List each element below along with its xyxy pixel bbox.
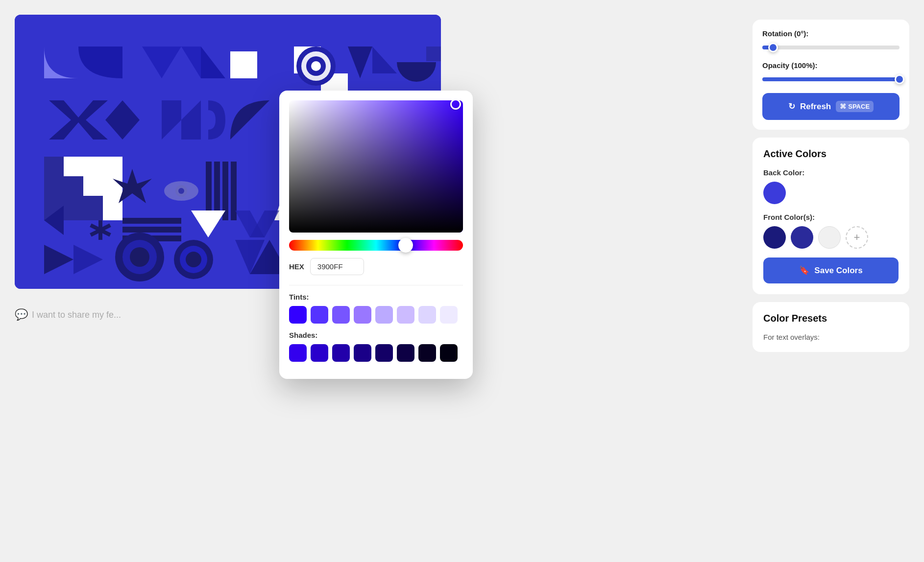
shade-swatch-7[interactable] [418,344,436,362]
color-presets-section: Color Presets For text overlays: [753,302,909,352]
front-color-1[interactable] [763,226,786,249]
svg-point-58 [130,247,149,267]
main-container: 💬 I want to share my fe... HEX Tints [0,0,924,562]
shade-swatch-6[interactable] [397,344,414,362]
for-text-label: For text overlays: [763,333,899,341]
opacity-slider-bg [762,77,900,81]
tints-label: Tints: [289,293,463,301]
svg-rect-4 [230,51,257,78]
right-panel: Rotation (0°): Opacity (100%): [753,15,909,547]
shade-swatch-1[interactable] [289,344,307,362]
hue-slider[interactable] [289,240,463,251]
hex-label: HEX [289,262,304,271]
opacity-group: Opacity (100%): [762,61,900,84]
svg-point-12 [311,61,321,71]
add-color-button[interactable]: + [846,226,868,249]
opacity-slider-thumb[interactable] [895,74,904,84]
shade-swatch-3[interactable] [332,344,350,362]
color-presets-title: Color Presets [763,313,899,324]
artwork-section: 💬 I want to share my fe... HEX Tints [15,15,743,547]
svg-point-30 [178,188,184,194]
hex-input[interactable] [310,258,364,275]
color-picker-popup: HEX Tints: Shades [279,91,473,379]
save-icon: 🔖 [799,265,809,276]
hue-cursor [398,238,413,253]
svg-rect-17 [426,47,441,61]
opacity-label: Opacity (100%): [762,61,900,70]
shade-swatch-2[interactable] [311,344,328,362]
save-colors-label: Save Colors [814,266,862,276]
save-colors-button[interactable]: 🔖 Save Colors [763,258,899,283]
tint-swatch-7[interactable] [418,306,436,324]
rotation-label: Rotation (0°): [762,29,900,38]
opacity-slider[interactable] [762,74,900,84]
shortcut-key: SPACE [848,103,870,110]
refresh-button[interactable]: ↻ Refresh ⌘ SPACE [762,93,900,120]
sliders-section: Rotation (0°): Opacity (100%): [753,20,909,130]
tint-swatch-3[interactable] [332,306,350,324]
tint-swatch-1[interactable] [289,306,307,324]
svg-rect-25 [64,176,83,220]
back-color-dot[interactable] [763,182,786,204]
svg-rect-26 [83,196,103,220]
opacity-slider-fill [762,77,900,81]
hex-row: HEX [289,258,463,275]
rotation-slider-thumb[interactable] [768,43,778,52]
rotation-slider[interactable] [762,43,900,52]
tint-swatch-4[interactable] [354,306,371,324]
shade-swatch-8[interactable] [440,344,458,362]
shades-swatches-row [289,344,463,362]
front-color-2[interactable] [791,226,813,249]
shortcut-cmd-icon: ⌘ [840,103,846,110]
color-gradient[interactable] [289,100,463,233]
feedback-icon: 💬 [15,308,28,321]
tint-swatch-2[interactable] [311,306,328,324]
front-colors-label: Front Color(s): [763,213,899,221]
tint-swatch-8[interactable] [440,306,458,324]
active-colors-section: Active Colors Back Color: Front Color(s)… [753,138,909,294]
rotation-group: Rotation (0°): [762,29,900,52]
tints-section: Tints: [289,293,463,324]
back-color-label: Back Color: [763,168,899,177]
tint-swatch-5[interactable] [375,306,393,324]
shade-swatch-4[interactable] [354,344,371,362]
refresh-shortcut: ⌘ SPACE [836,101,874,112]
shades-label: Shades: [289,331,463,339]
feedback-text: I want to share my fe... [32,310,121,320]
svg-rect-43 [122,218,181,224]
rotation-slider-bg [762,46,900,49]
front-colors-row: + [763,226,899,249]
active-colors-title: Active Colors [763,148,899,160]
refresh-icon: ↻ [788,101,795,112]
refresh-label: Refresh [800,102,831,112]
shade-swatch-5[interactable] [375,344,393,362]
svg-rect-44 [122,227,181,233]
svg-point-61 [186,252,201,267]
tints-swatches-row [289,306,463,324]
divider-1 [289,285,463,285]
front-color-3[interactable] [818,226,841,249]
gradient-bg [289,100,463,233]
shades-section: Shades: [289,331,463,362]
tint-swatch-6[interactable] [397,306,414,324]
